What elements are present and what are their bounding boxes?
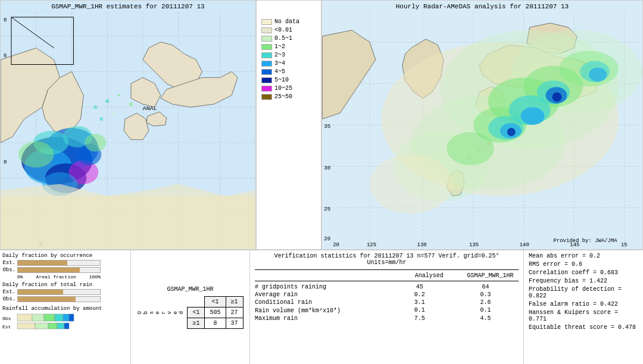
right-stat-row: Probability of detection = 0.822 [529,286,638,299]
legend-color-swatch [261,69,272,75]
bar-row-est1: Est. [2,260,128,266]
stat-val2: 64 [452,284,519,290]
legend-item-label: No data [274,18,299,25]
svg-point-39 [118,94,120,96]
right-stat-row: Correlation coeff = 0.683 [529,269,638,276]
bar-fill-obs1 [18,268,80,272]
stat-val2: 0.3 [452,291,519,298]
svg-text:0: 0 [4,159,7,165]
stat-row: Conditional rain 3.1 2.6 [255,299,519,306]
axis-mid: Areal fraction [36,274,76,280]
legend-item: 4~5 [261,68,299,75]
legend-item: 5~10 [261,77,299,83]
legend-color-swatch [261,44,272,50]
ct-v12: 27 [226,307,243,318]
stats-panel: Verification statistics for 20111207 13 … [250,250,524,364]
svg-rect-113 [17,323,35,329]
bar-row-obs2: Obs. [2,296,128,302]
stat-row: Maximum rain 7.5 4.5 [255,315,519,322]
stat-val1: 0.1 [387,307,453,314]
legend-item: 3~4 [261,60,299,67]
legend-color-swatch [261,86,272,92]
stats-col-headers: Analysed GSMAP_MWR_1HR [255,272,519,279]
stat-row: Average rain 0.2 0.3 [255,291,519,298]
legend-item: 0.5~1 [261,35,299,42]
svg-rect-108 [44,314,55,321]
bar-label-est1: Est. [2,260,15,266]
right-map-title: Hourly Radar-AMeDAS analysis for 2011120… [322,3,642,10]
axis-left: 0% [17,274,23,280]
legend-item-label: 4~5 [274,68,285,75]
right-stats-panel: Mean abs error = 0.2RMS error = 0.6Corre… [524,250,643,364]
svg-rect-107 [32,314,44,321]
svg-text:20: 20 [333,242,339,248]
svg-text:Est: Est [2,324,11,330]
bar-container-est2 [17,289,101,295]
ct-row1: <1 505 27 [188,307,243,318]
bar-axis-1: 0% Areal fraction 100% [17,274,101,280]
chart-label-1: Daily fraction by occurrence [2,253,128,259]
svg-rect-116 [57,323,64,329]
legend-color-swatch [261,19,272,25]
ct-v21: 8 [205,318,226,328]
svg-rect-109 [55,314,63,321]
legend-color-swatch [261,27,272,33]
left-map-title: GSMAP_MWR_1HR estimates for 20111207 13 [1,3,255,10]
svg-text:Obs: Obs [2,316,11,321]
stats-col2-header: GSMAP_MWR_1HR [462,272,519,279]
stats-divider [255,269,519,270]
svg-text:140: 140 [520,242,529,248]
contingency-title: GSMAP_MWR_1HR [167,286,213,293]
bar-label-obs2: Obs. [2,296,15,302]
legend-item: No data [261,18,299,25]
svg-point-99 [521,107,545,125]
svg-point-102 [589,67,607,81]
right-map-svg: 45 40 35 30 25 20 20 125 130 135 140 145… [322,1,642,249]
contingency-panel: GSMAP_MWR_1HR Observed <1 ≥1 <1 505 27 [131,250,250,364]
ct-col1: <1 [205,296,226,307]
right-stat-row: Equitable threat score = 0.478 [529,324,638,331]
stat-val2: 4.5 [452,315,519,322]
chart-section-3: Rainfall accumulation by amount Obs Est [2,306,128,332]
right-stat-row: Frequency bias = 1.422 [529,278,638,284]
bottom-row: Daily fraction by occurrence Est. Obs. 0… [0,250,643,364]
legend-item: 1~2 [261,43,299,50]
svg-point-41 [112,112,114,114]
ct-v22: 37 [226,318,243,328]
svg-rect-111 [69,314,74,321]
bar-label-est2: Est. [2,289,15,295]
stats-rows: # gridpoints raining 45 64Average rain 0… [255,284,519,322]
chart-label-3: Rainfall accumulation by amount [2,306,128,312]
svg-rect-106 [17,314,32,321]
right-map-panel: Hourly Radar-AMeDAS analysis for 2011120… [322,0,643,250]
bar-row-est2: Est. [2,289,128,295]
axis-right: 100% [89,274,101,280]
stat-name: Rain volume (mm*km²x10⁴) [255,307,387,314]
left-map-svg: 8 6 4 2 0 8 [1,1,255,249]
svg-point-38 [105,99,109,103]
stat-val1: 3.1 [387,299,453,306]
right-stat-row: RMS error = 0.6 [529,261,638,268]
ct-table: <1 ≥1 <1 505 27 ≥1 8 37 [187,296,243,329]
stats-divider2 [255,281,519,281]
stat-name: # gridpoints raining [255,284,387,290]
bar-fill-est1 [18,261,67,265]
legend-color-swatch [261,94,272,100]
stats-title: Verification statistics for 20111207 13 … [255,253,519,266]
svg-point-103 [552,92,561,102]
stat-val2: 0.1 [452,307,519,314]
svg-point-42 [129,102,133,106]
stat-val1: 7.5 [387,315,453,322]
observed-label: Observed [137,310,185,314]
svg-point-37 [85,134,106,152]
svg-point-89 [370,155,452,214]
stat-name: Maximum rain [255,315,387,322]
stats-blank-header [255,272,396,279]
legend-item-label: <0.01 [274,27,292,33]
stat-val1: 45 [387,284,453,290]
legend-color-swatch [261,52,272,58]
ct-v11: 505 [205,307,226,318]
bar-container-obs1 [17,267,101,273]
svg-point-104 [507,128,516,136]
svg-marker-45 [1,184,255,249]
